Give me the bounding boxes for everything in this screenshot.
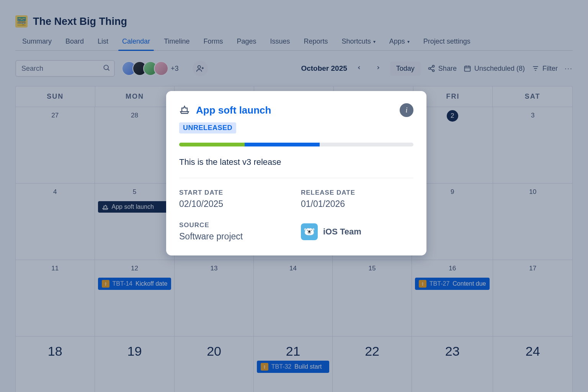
team-link[interactable]: 🐻‍❄️ iOS Team	[301, 221, 413, 242]
release-date-field: RELEASE DATE 01/01/2026	[301, 189, 413, 209]
progress-done	[179, 143, 245, 146]
status-badge: UNRELEASED	[179, 122, 236, 133]
team-icon: 🐻‍❄️	[301, 223, 318, 240]
progress-inprogress	[245, 143, 320, 146]
release-popover: App soft launch i UNRELEASED This is the…	[166, 91, 426, 255]
divider	[179, 178, 413, 178]
release-description: This is the latest v3 release	[179, 157, 413, 167]
release-progress	[179, 143, 413, 146]
source-field: SOURCE Software project	[179, 221, 292, 242]
start-date-field: START DATE 02/10/2025	[179, 189, 292, 209]
release-title[interactable]: App soft launch	[196, 104, 394, 116]
ship-icon	[179, 104, 190, 116]
info-button[interactable]: i	[400, 103, 413, 117]
